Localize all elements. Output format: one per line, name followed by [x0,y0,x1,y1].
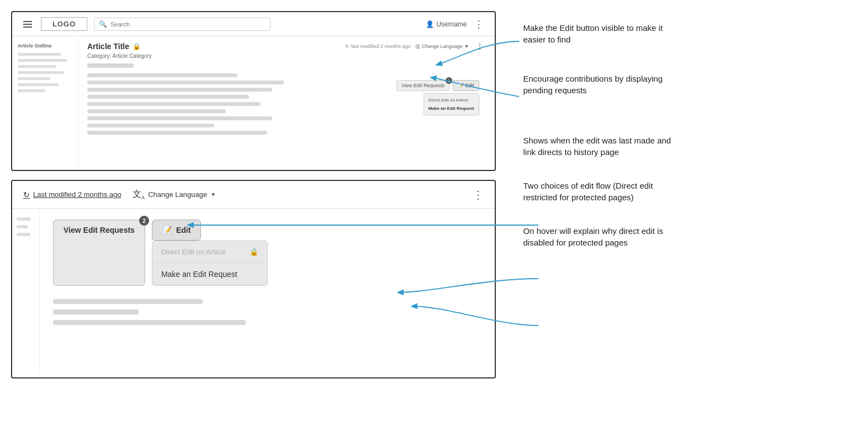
placeholder-block [87,81,284,84]
bottom-wireframe: ↻ Last modified 2 months ago 文A Change L… [11,180,496,378]
edit-controls-area: View Edit Requests 2 📝 Edit [53,220,481,286]
top-dropdown-area: View Edit Requests 2 📝 Edit D [396,80,479,115]
edit-dropdown-menu: Direct Edit on Article 🔒 Make an Edit Re… [152,241,268,286]
sidebar-title: Article Outline [18,43,72,49]
article-sidebar: Article Outline [12,36,78,170]
three-dots-menu[interactable]: ⋮ [473,189,484,200]
edit-label: Edit [176,226,190,234]
chevron-icon-sm: ▼ [464,44,469,49]
left-panel: LOGO 🔍 👤 Username ⋮ Article Outline [11,11,496,378]
search-input[interactable] [110,21,266,28]
sidebar-lines [18,53,72,92]
view-edit-requests-btn-sm[interactable]: View Edit Requests 2 [396,80,449,91]
language-btn-sm[interactable]: 连 Change Language ▼ [415,43,469,50]
bottom-top-bar: ↻ Last modified 2 months ago 文A Change L… [12,181,495,209]
nav-dots-menu[interactable]: ⋮ [472,18,486,30]
annotation-encourage-contributions: Encourage contributions by displaying pe… [523,73,678,96]
sidebar-line [18,77,50,80]
placeholder-block [53,320,246,325]
hamburger-icon[interactable] [21,19,34,30]
edit-btn-group: 📝 Edit Direct Edit on Article 🔒 [152,220,268,286]
view-edit-requests-btn[interactable]: View Edit Requests 2 [53,220,145,286]
lock-icon: 🔒 [133,42,141,50]
view-edit-requests-label-sm: View Edit Requests [401,83,444,88]
placeholder-block [87,116,272,120]
make-edit-request-item[interactable]: Make an Edit Request [152,263,267,285]
article-title-left: Article Title 🔒 [87,42,141,51]
sidebar-line [18,53,61,56]
change-language-label: Change Language [148,190,207,199]
history-icon: ↻ [23,190,30,199]
last-modified-link[interactable]: ↻ Last modified 2 months ago [23,190,121,199]
sidebar-line [18,83,59,86]
sidebar-line [18,71,64,74]
badge-lg: 2 [139,216,149,226]
article-title: Article Title [87,42,129,51]
bottom-sidebar [12,209,40,373]
btn-row: View Edit Requests 2 📝 Edit [53,220,268,286]
username-label: Username [436,20,467,28]
edit-doc-icon-sm: 📝 [458,83,464,88]
lock-icon-direct-edit: 🔒 [250,248,258,256]
canvas: LOGO 🔍 👤 Username ⋮ Article Outline [11,11,857,378]
annotation-two-choices: Two choices of edit flow (Direct edit re… [523,180,678,203]
user-icon: 👤 [426,20,434,28]
dropdown-sm: Direct Edit on Article Make an Edit Requ… [424,93,479,115]
chevron-icon: ▼ [210,191,216,198]
edit-doc-icon: 📝 [162,226,172,234]
article-area: Article Outline Artic [12,36,495,170]
edit-btn-sm[interactable]: 📝 Edit [453,80,479,91]
top-annotations: Make the Edit button visible to make it … [523,22,858,96]
meta-right: ↻ last modified 2 months ago 连 Change La… [345,42,486,51]
edit-btn[interactable]: 📝 Edit [152,220,201,241]
view-edit-requests-label: View Edit Requests [63,226,135,234]
bottom-annotations: Shows when the edit was last made and li… [523,135,858,248]
placeholder-block [87,88,272,92]
placeholder-block [53,310,139,314]
right-panel: Make the Edit button visible to make it … [507,11,858,248]
bottom-sidebar-line [17,233,30,236]
badge-sm: 2 [446,77,452,84]
placeholder-block [87,95,249,99]
translate-icon-sm: 连 [415,43,420,50]
content-lines-top [87,63,318,135]
bottom-main: View Edit Requests 2 📝 Edit [40,209,495,373]
modified-text-sm: last modified 2 months ago [351,44,411,49]
meta-modified: ↻ last modified 2 months ago [345,44,411,49]
top-wireframe: LOGO 🔍 👤 Username ⋮ Article Outline [11,11,496,171]
content-placeholders-bottom [53,299,481,325]
change-language-btn[interactable]: 文A Change Language ▼ [133,189,216,200]
placeholder-block [87,73,237,77]
bottom-content-area: View Edit Requests 2 📝 Edit [12,209,495,373]
annotation-last-modified: Shows when the edit was last made and li… [523,135,678,158]
nav-right: 👤 Username ⋮ [426,18,485,30]
edit-label-sm: Edit [465,83,474,88]
placeholder-block [87,102,261,106]
placeholder-block [87,63,134,68]
nav-bar: LOGO 🔍 👤 Username ⋮ [12,12,495,36]
make-edit-request-label: Make an Edit Request [161,270,237,279]
sidebar-line [18,59,67,62]
make-edit-request-item-sm[interactable]: Make an Edit Request [428,104,474,113]
direct-edit-label: Direct Edit on Article [161,248,226,256]
history-icon-sm: ↻ [345,44,350,49]
direct-edit-item: Direct Edit on Article 🔒 [152,241,267,263]
search-bar[interactable]: 🔍 [94,18,271,31]
bottom-sidebar-line [17,225,28,228]
placeholder-block [87,109,226,113]
placeholder-block [87,131,267,135]
article-dots-menu[interactable]: ⋮ [474,42,486,51]
last-modified-text: Last modified 2 months ago [33,190,121,199]
change-language-sm: Change Language [422,44,463,49]
article-category: Category: Article Category [87,53,486,59]
article-main-content: Article Title 🔒 ↻ last modified 2 months… [78,36,495,170]
placeholder-block [87,124,214,127]
translate-icon: 文A [133,189,145,200]
sidebar-line [18,65,56,68]
edit-dropdown-group: View Edit Requests 2 📝 Edit [53,220,268,286]
bottom-sidebar-line [17,217,31,221]
article-title-row: Article Title 🔒 ↻ last modified 2 months… [87,42,486,51]
search-icon: 🔍 [99,20,107,28]
sidebar-line [18,89,45,92]
placeholder-block [53,299,203,304]
